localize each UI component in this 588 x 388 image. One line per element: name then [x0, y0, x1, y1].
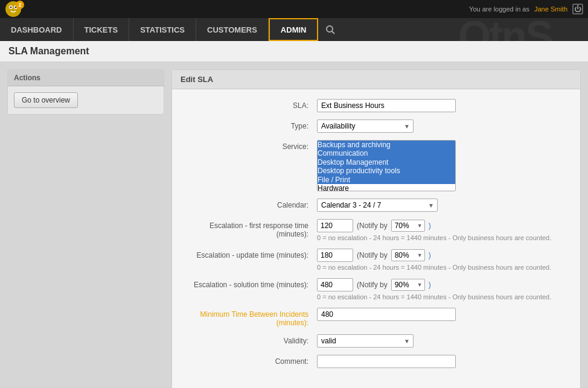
escalation-first-row: Escalation - first response time (minute…	[184, 219, 568, 241]
escalation-first-hint: 0 = no escalation - 24 hours = 1440 minu…	[317, 234, 568, 241]
notify-select-wrap-1: 50%60%70%80%90%100% ▼	[391, 220, 425, 232]
top-bar-left: 2	[5, 1, 22, 17]
user-name: Jane Smith	[534, 5, 567, 13]
search-icon[interactable]	[321, 20, 340, 39]
power-button[interactable]: ⏻	[572, 4, 583, 14]
escalation-first-input[interactable]	[317, 219, 353, 232]
comment-label: Comment:	[184, 355, 317, 366]
service-row: Service: Backups and archiving Communica…	[184, 140, 568, 191]
escalation-update-row: Escalation - update time (minutes): (Not…	[184, 249, 568, 271]
main-layout: Actions Go to overview Edit SLA SLA: Typ…	[0, 62, 588, 388]
calendar-row: Calendar: Calendar 3 - 24 / 7 Calendar 1…	[184, 199, 568, 212]
notify-select-2[interactable]: 50%60%70%80%90%100%	[391, 249, 425, 261]
svg-line-6	[332, 31, 334, 34]
escalation-solution-hint: 0 = no escalation - 24 hours = 1440 minu…	[317, 293, 568, 301]
logo-icon: 2	[5, 1, 22, 17]
nav-dashboard[interactable]: DASHBOARD	[0, 18, 74, 41]
comment-input[interactable]	[317, 355, 456, 368]
min-time-row: Minimum Time Between Incidents (minutes)…	[184, 308, 568, 327]
sla-label: SLA:	[184, 99, 317, 110]
nav-tickets[interactable]: TICKETS	[74, 18, 130, 41]
notify-by-label-1: (Notify by	[357, 221, 388, 230]
service-listbox[interactable]: Backups and archiving Communication Desk…	[317, 140, 456, 191]
calendar-label: Calendar:	[184, 199, 317, 209]
notify-by-label-3: (Notify by	[357, 281, 388, 289]
escalation-solution-input[interactable]	[317, 278, 353, 291]
escalation-update-hint: 0 = no escalation - 24 hours = 1440 minu…	[317, 264, 568, 271]
notify-by-label-2: (Notify by	[357, 251, 388, 259]
notify-select-wrap-3: 50%60%70%80%90%100% ▼	[391, 279, 425, 291]
nav-statistics[interactable]: STATISTICS	[129, 18, 196, 41]
nav-admin[interactable]: ADMIN	[269, 18, 319, 41]
escalation-first-inline: (Notify by 50%60%70%80%90%100% ▼ )	[317, 219, 568, 232]
sla-row: SLA:	[184, 99, 568, 112]
type-control-wrap: Availability Response Resolution ▼	[317, 119, 568, 133]
calendar-select-wrap: Calendar 3 - 24 / 7 Calendar 1 Calendar …	[317, 199, 438, 212]
escalation-first-label: Escalation - first response time (minute…	[184, 219, 317, 238]
notify-select-wrap-2: 50%60%70%80%90%100% ▼	[391, 249, 425, 261]
escalation-update-label: Escalation - update time (minutes):	[184, 249, 317, 259]
actions-body: Go to overview	[8, 86, 164, 114]
min-time-label: Minimum Time Between Incidents (minutes)…	[184, 308, 317, 327]
service-listbox-wrapper: Backups and archiving Communication Desk…	[317, 140, 456, 191]
type-select[interactable]: Availability Response Resolution	[317, 119, 414, 133]
comment-wrap	[317, 355, 568, 368]
content-panel: Edit SLA SLA: Type: Availability Respons…	[171, 69, 581, 388]
calendar-control-wrap: Calendar 3 - 24 / 7 Calendar 1 Calendar …	[317, 199, 568, 212]
escalation-update-input[interactable]	[317, 249, 353, 262]
top-bar: 2 You are logged in as Jane Smith ⏻	[0, 0, 588, 18]
submit-row: Submit or Cancel	[172, 385, 580, 388]
actions-title: Actions	[8, 70, 164, 86]
min-time-wrap	[317, 308, 568, 321]
nav-customers[interactable]: CUSTOMERS	[196, 18, 269, 41]
notify-arrow-btn-1[interactable]: )	[429, 221, 431, 230]
type-label: Type:	[184, 119, 317, 130]
type-select-wrap: Availability Response Resolution ▼	[317, 119, 414, 133]
validity-select-wrap: valid invalid ▼	[317, 334, 414, 348]
go-overview-button[interactable]: Go to overview	[14, 92, 78, 108]
service-control-wrap: Backups and archiving Communication Desk…	[317, 140, 568, 191]
page-title: SLA Management	[0, 41, 588, 62]
escalation-solution-wrap: (Notify by 50%60%70%80%90%100% ▼ ) 0 = n…	[317, 278, 568, 301]
otrs-bg-text: OtnS	[458, 18, 552, 41]
sla-input[interactable]	[317, 99, 456, 112]
escalation-update-wrap: (Notify by 50%60%70%80%90%100% ▼ ) 0 = n…	[317, 249, 568, 271]
logged-in-text: You are logged in as	[469, 5, 529, 13]
form-body: SLA: Type: Availability Response Resolut…	[172, 89, 580, 385]
actions-section: Actions Go to overview	[7, 69, 164, 115]
svg-point-3	[10, 7, 12, 8]
notification-badge: 2	[16, 1, 24, 9]
calendar-select[interactable]: Calendar 3 - 24 / 7 Calendar 1 Calendar …	[317, 199, 438, 212]
svg-point-5	[327, 26, 333, 32]
edit-sla-title: Edit SLA	[172, 70, 580, 89]
type-row: Type: Availability Response Resolution ▼	[184, 119, 568, 133]
escalation-solution-inline: (Notify by 50%60%70%80%90%100% ▼ )	[317, 278, 568, 291]
sidebar: Actions Go to overview	[7, 69, 164, 388]
validity-row: Validity: valid invalid ▼	[184, 334, 568, 348]
notify-select-1[interactable]: 50%60%70%80%90%100%	[391, 220, 425, 232]
escalation-first-wrap: (Notify by 50%60%70%80%90%100% ▼ ) 0 = n…	[317, 219, 568, 241]
sla-input-wrap	[317, 99, 568, 112]
comment-row: Comment:	[184, 355, 568, 368]
validity-wrap: valid invalid ▼	[317, 334, 568, 348]
escalation-update-inline: (Notify by 50%60%70%80%90%100% ▼ )	[317, 249, 568, 262]
nav-bar: OtnS DASHBOARD TICKETS STATISTICS CUSTOM…	[0, 18, 588, 41]
top-bar-right: You are logged in as Jane Smith ⏻	[469, 4, 583, 14]
validity-select[interactable]: valid invalid	[317, 334, 414, 348]
service-label: Service:	[184, 140, 317, 151]
notify-select-3[interactable]: 50%60%70%80%90%100%	[391, 279, 425, 291]
escalation-solution-row: Escalation - solution time (minutes): (N…	[184, 278, 568, 301]
min-time-input[interactable]	[317, 308, 456, 321]
notify-arrow-btn-2[interactable]: )	[429, 251, 431, 259]
escalation-solution-label: Escalation - solution time (minutes):	[184, 278, 317, 289]
validity-label: Validity:	[184, 334, 317, 345]
notify-arrow-btn-3[interactable]: )	[429, 281, 431, 289]
